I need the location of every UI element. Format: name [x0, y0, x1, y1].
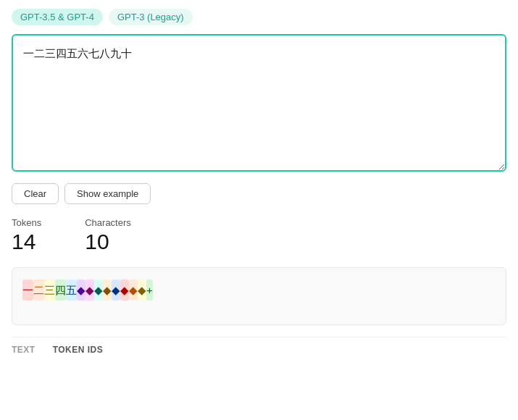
model-tab[interactable]: GPT-3 (Legacy): [109, 9, 193, 25]
token-display-area: 一二三四五◆◆◆◆◆◆◆◆+: [12, 267, 506, 325]
token-item: ◆: [85, 280, 94, 301]
bottom-tab[interactable]: TEXT: [12, 345, 35, 358]
characters-label: Characters: [85, 217, 131, 228]
bottom-tabs: TEXTTOKEN IDS: [12, 337, 506, 358]
token-item: ◆: [120, 280, 129, 301]
tokens-stat: Tokens 14: [12, 217, 41, 254]
token-item: ◆: [112, 280, 120, 301]
action-buttons: Clear Show example: [12, 183, 506, 204]
token-item: ◆: [138, 280, 146, 301]
show-example-button[interactable]: Show example: [64, 183, 151, 204]
clear-button[interactable]: Clear: [12, 183, 59, 204]
characters-stat: Characters 10: [85, 217, 131, 254]
bottom-tab[interactable]: TOKEN IDS: [53, 345, 104, 358]
text-input[interactable]: [12, 34, 506, 172]
token-chars: 一二三四五◆◆◆◆◆◆◆◆+: [22, 280, 496, 301]
tokens-value: 14: [12, 230, 41, 254]
token-item: +: [146, 280, 153, 301]
tokens-label: Tokens: [12, 217, 41, 228]
stats-row: Tokens 14 Characters 10: [12, 217, 506, 254]
token-item: 四: [55, 280, 66, 301]
input-container: [12, 34, 506, 175]
token-item: 五: [66, 280, 77, 301]
token-item: 二: [33, 280, 44, 301]
model-tabs: GPT-3.5 & GPT-4GPT-3 (Legacy): [12, 9, 506, 25]
token-item: ◆: [103, 280, 112, 301]
token-item: 三: [44, 280, 55, 301]
token-item: 一: [22, 280, 33, 301]
token-item: ◆: [77, 280, 85, 301]
token-item: ◆: [129, 280, 138, 301]
model-tab[interactable]: GPT-3.5 & GPT-4: [12, 9, 103, 25]
token-item: ◆: [94, 280, 103, 301]
characters-value: 10: [85, 230, 131, 254]
